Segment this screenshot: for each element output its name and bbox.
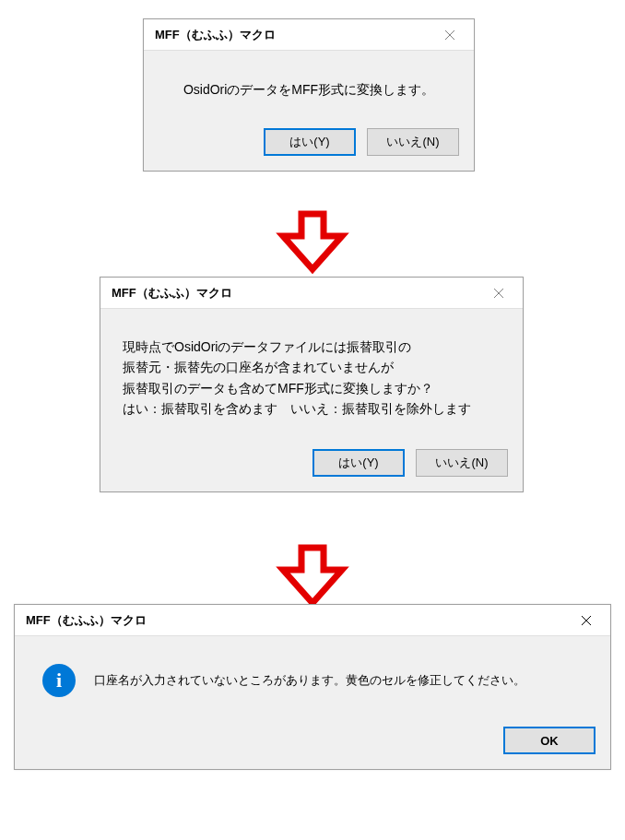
button-row: OK <box>15 716 610 769</box>
no-button[interactable]: いいえ(N) <box>367 128 459 156</box>
dialog-title: MFF（むふふ）マクロ <box>26 612 147 629</box>
dialog-info-warning: MFF（むふふ）マクロ i 口座名が入力されていないところがあります。黄色のセル… <box>14 604 611 770</box>
titlebar: MFF（むふふ）マクロ <box>100 278 523 309</box>
button-row: はい(Y) いいえ(N) <box>144 117 474 171</box>
dialog-title: MFF（むふふ）マクロ <box>155 27 276 43</box>
arrow-down-icon <box>276 210 349 275</box>
titlebar: MFF（むふふ）マクロ <box>144 19 474 51</box>
ok-button[interactable]: OK <box>503 727 596 754</box>
close-icon[interactable] <box>573 609 599 632</box>
close-icon[interactable] <box>486 282 512 304</box>
dialog-content: i 口座名が入力されていないところがあります。黄色のセルを修正してください。 <box>15 636 610 716</box>
dialog-message: 現時点でOsidOriのデータファイルには振替取引の 振替元・振替先の口座名が含… <box>100 309 523 438</box>
dialog-message: 口座名が入力されていないところがあります。黄色のセルを修正してください。 <box>94 672 525 689</box>
dialog-message: OsidOriのデータをMFF形式に変換します。 <box>144 51 474 117</box>
dialog-title: MFF（むふふ）マクロ <box>112 285 232 302</box>
dialog-convert-confirm: MFF（むふふ）マクロ OsidOriのデータをMFF形式に変換します。 はい(… <box>143 18 475 172</box>
titlebar: MFF（むふふ）マクロ <box>15 605 610 636</box>
info-icon: i <box>42 664 76 697</box>
button-row: はい(Y) いいえ(N) <box>100 438 523 491</box>
yes-button[interactable]: はい(Y) <box>264 128 356 156</box>
arrow-down-icon <box>276 544 349 609</box>
no-button[interactable]: いいえ(N) <box>416 449 508 477</box>
yes-button[interactable]: はい(Y) <box>312 449 405 477</box>
dialog-transfer-confirm: MFF（むふふ）マクロ 現時点でOsidOriのデータファイルには振替取引の 振… <box>100 277 524 492</box>
close-icon[interactable] <box>437 24 463 46</box>
